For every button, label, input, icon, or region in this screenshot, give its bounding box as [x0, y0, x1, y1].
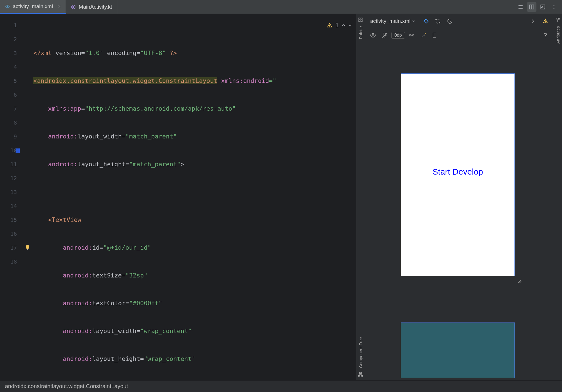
svg-rect-13 — [359, 20, 360, 22]
svg-point-4 — [542, 6, 543, 7]
warning-count: 1 — [335, 18, 339, 32]
svg-point-21 — [409, 34, 411, 36]
warning-icon — [327, 23, 332, 28]
code-view-button[interactable] — [516, 2, 525, 12]
chevron-down-icon[interactable] — [348, 23, 352, 27]
svg-rect-12 — [361, 18, 362, 19]
eye-icon[interactable] — [368, 30, 378, 40]
svg-point-5 — [553, 5, 554, 6]
svg-point-20 — [372, 34, 374, 36]
device-frame[interactable]: Start Develop — [401, 73, 515, 276]
svg-point-22 — [412, 34, 414, 36]
preview-textview[interactable]: Start Develop — [401, 167, 514, 177]
help-icon[interactable]: ? — [540, 30, 550, 40]
palette-icon[interactable] — [358, 17, 363, 22]
status-bar: androidx.constraintlayout.widget.Constra… — [0, 380, 562, 392]
editor-tab-bar: activity_main.xml × MainActivity.kt — [0, 0, 562, 14]
svg-point-28 — [557, 18, 558, 19]
svg-point-10 — [329, 26, 330, 27]
warning-icon[interactable] — [540, 16, 550, 26]
chevron-down-icon — [412, 19, 416, 23]
kotlin-file-icon — [71, 4, 76, 9]
night-mode-icon[interactable] — [444, 16, 454, 26]
code-body[interactable]: 1 <?xml version="1.0" encoding="UTF-8" ?… — [24, 14, 356, 380]
tab-label: MainActivity.kt — [79, 4, 112, 10]
design-surface-icon[interactable] — [421, 16, 431, 26]
tab-mainactivity[interactable]: MainActivity.kt — [66, 0, 117, 14]
magnet-icon[interactable] — [380, 30, 390, 40]
orientation-icon[interactable] — [433, 16, 443, 26]
component-tree-icon[interactable] — [358, 372, 363, 377]
svg-rect-16 — [358, 375, 360, 377]
chevron-up-icon[interactable] — [342, 23, 345, 27]
clear-constraints-icon[interactable] — [418, 30, 428, 40]
close-icon[interactable]: × — [56, 3, 61, 10]
split-view-button[interactable] — [527, 2, 536, 12]
view-mode-toolbar — [516, 0, 562, 14]
svg-point-32 — [557, 21, 558, 21]
blueprint-frame[interactable] — [401, 322, 515, 378]
attributes-label[interactable]: Attributes — [556, 26, 560, 44]
breadcrumb[interactable]: androidx.constraintlayout.widget.Constra… — [5, 383, 128, 389]
svg-rect-11 — [359, 18, 360, 19]
layout-preview-panel: activity_main.xml 0dp — [365, 14, 554, 380]
design-view-button[interactable] — [538, 2, 548, 12]
svg-point-23 — [425, 33, 426, 34]
svg-rect-15 — [360, 372, 362, 374]
guidelines-icon[interactable] — [430, 30, 440, 40]
default-margin-button[interactable]: 0dp — [391, 32, 405, 39]
design-canvas[interactable]: Start Develop — [365, 42, 554, 380]
attributes-panel-strip: Attributes — [554, 14, 562, 380]
xml-file-icon — [5, 4, 10, 9]
preview-file-dropdown[interactable]: activity_main.xml — [368, 17, 418, 25]
svg-point-6 — [553, 6, 554, 7]
code-editor[interactable]: 1 2 3 4 5 6 7 8 9 10 11 12 13 14 15 16 1… — [0, 14, 356, 380]
palette-panel-strip: Palette Component Tree — [356, 14, 365, 380]
tab-activity-main[interactable]: activity_main.xml × — [0, 0, 66, 14]
svg-point-0 — [72, 5, 76, 9]
svg-point-30 — [558, 19, 559, 20]
infer-constraints-icon[interactable] — [407, 30, 417, 40]
palette-label[interactable]: Palette — [358, 26, 363, 39]
chevron-right-icon[interactable] — [528, 16, 538, 26]
line-gutter: 1 2 3 4 5 6 7 8 9 10 11 12 13 14 15 16 1… — [0, 14, 24, 380]
svg-point-19 — [545, 22, 546, 23]
resize-handle-icon[interactable] — [516, 277, 522, 284]
settings-icon[interactable] — [556, 17, 561, 22]
svg-point-7 — [553, 8, 554, 9]
svg-rect-14 — [361, 20, 362, 22]
svg-rect-17 — [361, 375, 363, 377]
problems-widget[interactable]: 1 — [327, 18, 352, 32]
component-tree-label[interactable]: Component Tree — [358, 337, 363, 368]
color-swatch-icon[interactable] — [16, 148, 20, 153]
more-icon[interactable] — [549, 2, 559, 12]
tab-label: activity_main.xml — [13, 3, 53, 9]
